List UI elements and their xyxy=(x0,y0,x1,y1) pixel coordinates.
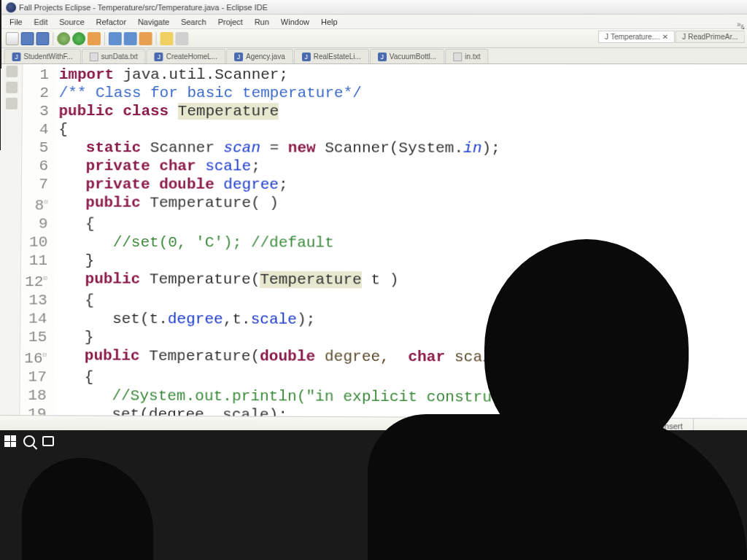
editor-tab[interactable]: JStudentWithF... xyxy=(4,49,81,63)
line-number: 10 xyxy=(21,233,55,252)
java-file-icon: J xyxy=(302,52,311,61)
open-type-icon[interactable] xyxy=(139,32,152,45)
code-line[interactable]: 5 static Scanner scan = new Scanner(Syst… xyxy=(22,139,747,158)
tab-label: RealEstateLi... xyxy=(314,52,361,61)
coverage-icon[interactable] xyxy=(88,32,101,45)
separator xyxy=(156,32,157,45)
separator xyxy=(104,32,105,45)
java-file-icon: J xyxy=(378,52,387,61)
perspective-overflow[interactable]: »6 xyxy=(737,20,744,31)
line-number: 1 xyxy=(23,66,56,84)
code-content: /** Class for basic temperature*/ xyxy=(56,84,747,103)
line-number: 12⊟ xyxy=(21,270,55,291)
new-package-icon[interactable] xyxy=(109,32,122,45)
search-icon[interactable] xyxy=(160,32,173,45)
task-list-icon[interactable] xyxy=(5,98,17,109)
close-icon[interactable]: ✕ xyxy=(662,33,668,41)
menu-source[interactable]: Source xyxy=(54,16,90,28)
foreground-person-silhouette xyxy=(368,210,747,560)
separator xyxy=(53,32,53,45)
save-all-icon[interactable] xyxy=(36,32,49,45)
line-number: 3 xyxy=(23,102,56,120)
java-file-icon: J xyxy=(682,33,686,41)
new-class-icon[interactable] xyxy=(124,32,137,45)
tab-label: ReadPrimeAr... xyxy=(688,33,738,41)
editor-tab[interactable]: in.txt xyxy=(445,49,488,63)
code-content: { xyxy=(55,120,747,139)
editor-tab[interactable]: JCreateHomeL... xyxy=(147,49,225,63)
tab-label: in.txt xyxy=(465,52,480,61)
tab-label: Temperature.... xyxy=(611,33,660,41)
line-number: 9 xyxy=(21,214,55,233)
code-line[interactable]: 3public class Temperature xyxy=(23,102,747,121)
line-number: 16⊟ xyxy=(20,346,54,368)
menu-navigate[interactable]: Navigate xyxy=(133,16,174,28)
line-number: 15 xyxy=(20,328,54,346)
left-vertical-toolbar xyxy=(0,64,23,415)
editor-tab[interactable]: sunData.txt xyxy=(82,49,146,63)
run-icon[interactable] xyxy=(72,32,85,45)
java-file-icon: J xyxy=(234,52,243,61)
java-file-icon: J xyxy=(155,52,163,61)
code-line[interactable]: 1import java.util.Scanner; xyxy=(23,66,747,84)
start-button[interactable] xyxy=(4,435,16,447)
line-number: 11 xyxy=(21,252,55,270)
code-content: import java.util.Scanner; xyxy=(56,66,747,84)
tab-label: sunData.txt xyxy=(101,52,138,61)
code-content: public class Temperature xyxy=(55,102,747,121)
tab-label: VacuumBottl... xyxy=(390,52,436,61)
package-explorer-icon[interactable] xyxy=(6,66,18,77)
window-title: Fall Projects Eclipse - Temperature/src/… xyxy=(19,3,268,12)
line-number: 18 xyxy=(20,386,53,405)
perspective-tab[interactable]: JTemperature....✕ xyxy=(598,31,675,43)
line-number: 6 xyxy=(22,157,55,175)
save-icon[interactable] xyxy=(21,32,34,45)
toggle-icon[interactable] xyxy=(175,32,188,45)
debug-icon[interactable] xyxy=(57,32,70,45)
java-file-icon: J xyxy=(605,33,608,41)
perspective-tab[interactable]: JReadPrimeAr... xyxy=(676,31,745,43)
line-number: 8⊟ xyxy=(22,193,55,214)
editor-tab[interactable]: JAgency.java xyxy=(226,49,293,63)
editor-tab[interactable]: JVacuumBottl... xyxy=(370,49,445,63)
line-number: 2 xyxy=(23,84,56,102)
line-number: 14 xyxy=(20,309,54,327)
menu-window[interactable]: Window xyxy=(276,16,314,28)
menu-edit[interactable]: Edit xyxy=(28,16,53,28)
editor-tabs: JStudentWithF...sunData.txtJCreateHomeL.… xyxy=(1,48,747,64)
tab-label: Agency.java xyxy=(246,52,285,61)
outline-icon[interactable] xyxy=(6,82,18,93)
menu-file[interactable]: File xyxy=(4,16,28,28)
menu-bar: FileEditSourceRefactorNavigateSearchProj… xyxy=(1,15,747,29)
line-number: 5 xyxy=(22,139,55,157)
code-line[interactable]: 6 private char scale; xyxy=(22,157,747,176)
search-icon[interactable] xyxy=(23,435,35,447)
tab-label: CreateHomeL... xyxy=(166,52,217,61)
code-content: private double degree; xyxy=(55,175,747,195)
tab-label: StudentWithF... xyxy=(23,52,72,61)
text-file-icon xyxy=(453,52,462,61)
code-line[interactable]: 7 private double degree; xyxy=(22,175,747,195)
menu-project[interactable]: Project xyxy=(213,16,248,28)
code-line[interactable]: 4{ xyxy=(23,120,747,139)
foreground-silhouette-left xyxy=(22,458,153,560)
menu-refactor[interactable]: Refactor xyxy=(91,16,131,28)
menu-help[interactable]: Help xyxy=(316,16,343,28)
code-content: private char scale; xyxy=(55,157,747,176)
new-icon[interactable] xyxy=(6,32,19,45)
title-bar: Fall Projects Eclipse - Temperature/src/… xyxy=(1,0,747,15)
text-file-icon xyxy=(90,52,98,61)
line-number: 13 xyxy=(21,291,55,309)
line-number: 7 xyxy=(22,175,55,193)
menu-run[interactable]: Run xyxy=(249,16,274,28)
task-view-icon[interactable] xyxy=(42,436,54,446)
line-number: 17 xyxy=(20,368,54,386)
code-line[interactable]: 2/** Class for basic temperature*/ xyxy=(23,84,747,103)
editor-tab[interactable]: JRealEstateLi... xyxy=(294,49,369,63)
eclipse-icon xyxy=(6,2,16,12)
perspective-tabs: JTemperature....✕JReadPrimeAr... xyxy=(598,31,745,43)
menu-search[interactable]: Search xyxy=(176,16,212,28)
code-content: static Scanner scan = new Scanner(System… xyxy=(55,139,747,158)
java-file-icon: J xyxy=(12,52,21,61)
line-number: 4 xyxy=(23,120,56,139)
